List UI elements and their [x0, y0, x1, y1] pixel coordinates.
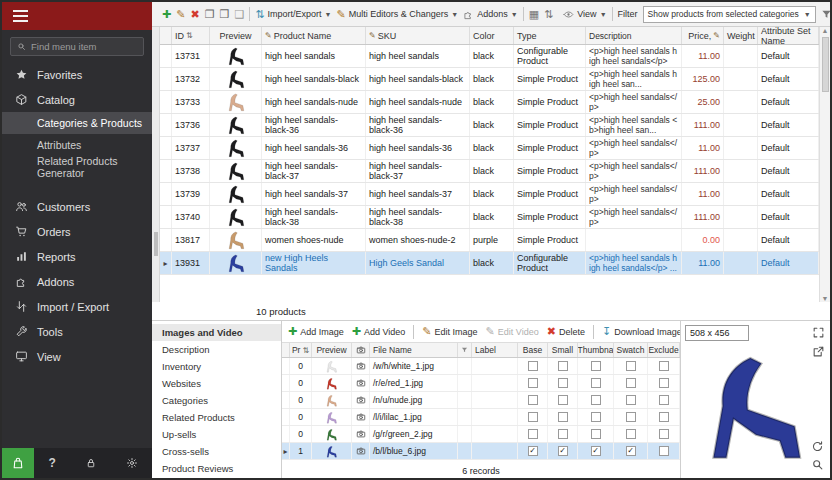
delete-product-icon[interactable]: ✖ [190, 9, 199, 20]
column-header-product-name[interactable]: ✎Product Name [262, 27, 366, 44]
base-checkbox[interactable] [528, 361, 538, 371]
column-header-sku[interactable]: ✎SKU [366, 27, 470, 44]
sidebar-item-catalog[interactable]: Catalog [2, 87, 152, 112]
edit-product-icon[interactable]: ✎ [176, 9, 185, 20]
menu-search-input[interactable]: Find menu item [10, 37, 144, 56]
sidebar-item-reports[interactable]: Reports [2, 244, 152, 269]
add-product-icon[interactable]: ✚ [162, 9, 171, 20]
column-header-attribute-set[interactable]: Attribute Set Name [758, 27, 819, 44]
swatch-checkbox[interactable] [626, 395, 636, 405]
exclude-checkbox[interactable] [659, 412, 669, 422]
thumbnail-checkbox[interactable] [591, 429, 601, 439]
exclude-checkbox[interactable] [659, 429, 669, 439]
table-row[interactable]: 13740 high heel sandals-black-38 high he… [160, 206, 819, 229]
store-button[interactable] [2, 448, 34, 478]
sidebar-item-view[interactable]: View [2, 344, 152, 369]
image-row[interactable]: 0 /r/e/red_1.jpg [282, 375, 680, 392]
sidebar-item-import-export[interactable]: Import / Export [2, 294, 152, 319]
expander-icon[interactable]: ▸ [163, 259, 167, 268]
view-button[interactable]: View▼ [563, 9, 606, 20]
clipboard-icon[interactable]: ❑ [234, 9, 244, 20]
column-header-filter[interactable] [458, 343, 472, 357]
column-header-thumbnail[interactable]: Thumbna [578, 343, 614, 357]
sidebar-item-favorites[interactable]: Favorites [2, 62, 152, 87]
table-row[interactable]: 13817 women shoes-nude women shoes-nude-… [160, 229, 819, 252]
sidebar-item-customers[interactable]: Customers [2, 194, 152, 219]
swatch-checkbox[interactable] [626, 412, 636, 422]
base-checkbox[interactable] [528, 395, 538, 405]
base-checkbox[interactable] [528, 412, 538, 422]
base-checkbox[interactable] [528, 378, 538, 388]
column-header-small[interactable]: Small [548, 343, 578, 357]
paste-icon[interactable]: ❒ [220, 9, 230, 20]
small-checkbox[interactable] [558, 412, 568, 422]
lock-icon[interactable] [85, 457, 97, 469]
zoom-icon[interactable] [811, 458, 824, 471]
column-header-id[interactable]: ID⇅ [172, 27, 210, 44]
small-checkbox[interactable] [558, 429, 568, 439]
table-row[interactable]: 13731 high heel sandals high heel sandal… [160, 45, 819, 68]
thumbnail-checkbox[interactable] [591, 378, 601, 388]
table-row[interactable]: 13733 high heel sandals-nude high heel s… [160, 91, 819, 114]
addons-button[interactable]: Addons▼ [463, 9, 517, 20]
sort-button[interactable]: ⇅ [544, 9, 553, 20]
add-video-button[interactable]: ✚Add Video [352, 326, 406, 337]
hamburger-menu-icon[interactable] [13, 10, 28, 22]
table-row[interactable]: 13732 high heel sandals-black high heel … [160, 68, 819, 91]
base-checkbox[interactable] [528, 429, 538, 439]
column-header-label[interactable]: Label [472, 343, 518, 357]
sidebar-item-orders[interactable]: Orders [2, 219, 152, 244]
detail-tab[interactable]: Inventory [152, 358, 281, 375]
thumbnail-checkbox[interactable] [591, 412, 601, 422]
exclude-checkbox[interactable] [659, 361, 669, 371]
detail-tab[interactable]: Images and Video [152, 324, 281, 341]
sidebar-item-addons[interactable]: Addons [2, 269, 152, 294]
delete-image-button[interactable]: ✖Delete [547, 326, 585, 337]
small-checkbox[interactable] [558, 446, 568, 456]
table-row[interactable]: ▸ 13931 new High Heels Sandals High Geel… [160, 252, 819, 275]
filters-button[interactable]: Filters▼ [821, 9, 830, 20]
detail-tab[interactable]: Categories [152, 392, 281, 409]
detail-tab[interactable]: Up-sells [152, 426, 281, 443]
swatch-checkbox[interactable] [626, 446, 636, 456]
column-header-description[interactable]: Description [586, 27, 682, 44]
small-checkbox[interactable] [558, 378, 568, 388]
add-image-button[interactable]: ✚Add Image [288, 326, 344, 337]
scroll-down-icon[interactable]: ▼ [822, 295, 829, 302]
image-row[interactable]: 0 /n/u/nude.jpg [282, 392, 680, 409]
swatch-checkbox[interactable] [626, 361, 636, 371]
thumbnail-checkbox[interactable] [591, 446, 601, 456]
image-row[interactable]: 0 /w/h/white_1.jpg [282, 358, 680, 375]
detail-tab[interactable]: Product Reviews [152, 460, 281, 477]
detail-tab[interactable]: Related Products [152, 409, 281, 426]
edit-video-button[interactable]: ✎Edit Video [486, 326, 539, 337]
column-header-base[interactable]: Base [518, 343, 548, 357]
column-header-exclude[interactable]: Exclude [648, 343, 680, 357]
small-checkbox[interactable] [558, 361, 568, 371]
detail-tab[interactable]: Description [152, 341, 281, 358]
swatch-checkbox[interactable] [626, 429, 636, 439]
column-header-position[interactable]: Pr⇅ [290, 343, 312, 357]
table-row[interactable]: 13738 high heel sandals-black-37 high he… [160, 160, 819, 183]
sidebar-item-tools[interactable]: Tools [2, 319, 152, 344]
expander-icon[interactable]: ▸ [284, 447, 288, 456]
rotate-icon[interactable] [811, 440, 824, 453]
exclude-checkbox[interactable] [659, 446, 669, 456]
column-header-type[interactable]: Type [514, 27, 586, 44]
column-header-color[interactable]: Color [470, 27, 514, 44]
table-row[interactable]: 13737 high heel sandals-36 high heel san… [160, 137, 819, 160]
copy-icon[interactable]: ❐ [205, 9, 215, 20]
columns-button[interactable]: ▦ [529, 9, 539, 20]
swatch-checkbox[interactable] [626, 378, 636, 388]
scrollbar-thumb[interactable] [822, 37, 829, 92]
help-icon[interactable]: ? [48, 456, 55, 470]
thumbnail-checkbox[interactable] [591, 395, 601, 405]
fullscreen-icon[interactable] [812, 326, 825, 339]
import-export-button[interactable]: ⇅ Import/Export▼ [255, 9, 331, 20]
sidebar-item-related-products-generator[interactable]: Related Products Generator [2, 156, 152, 178]
column-header-file-name[interactable]: File Name [370, 343, 458, 357]
detail-tab[interactable]: Cross-sells [152, 443, 281, 460]
exclude-checkbox[interactable] [659, 395, 669, 405]
category-panel-splitter[interactable] [152, 27, 160, 302]
scroll-up-icon[interactable]: ▲ [822, 27, 829, 34]
